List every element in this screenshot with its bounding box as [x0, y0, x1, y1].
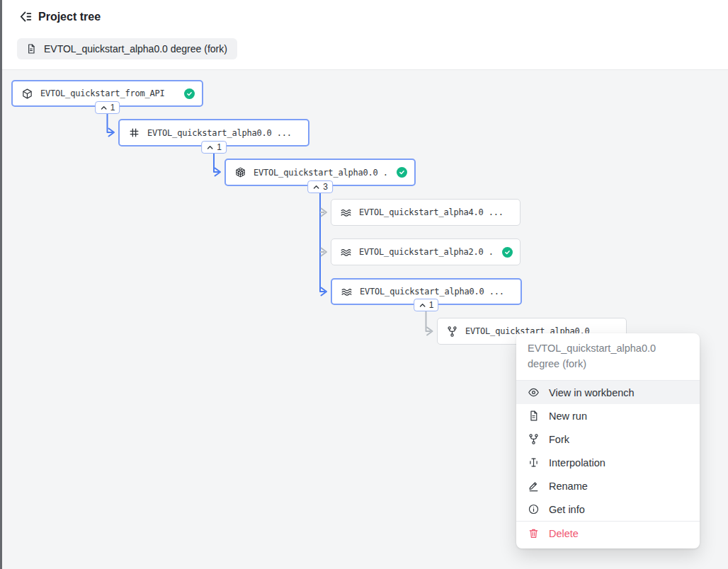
collapse-badge[interactable]: 1	[414, 299, 439, 311]
file-icon	[25, 43, 37, 54]
collapse-badge[interactable]: 1	[95, 101, 120, 114]
chevron-up-icon	[206, 144, 214, 150]
check-icon	[397, 167, 407, 178]
menu-item-delete[interactable]: Delete	[516, 522, 700, 545]
menu-item-label: Rename	[549, 481, 588, 492]
badge-count: 1	[429, 300, 434, 310]
check-icon	[502, 247, 513, 258]
project-tree-screen: Project tree EVTOL_quickstart_alpha0.0 d…	[0, 0, 728, 569]
menu-item-label: Get info	[549, 504, 585, 515]
menu-item-rename[interactable]: Rename	[516, 474, 700, 498]
info-icon	[528, 503, 540, 515]
tree-node-alpha2[interactable]: EVTOL_quickstart_alpha2.0 ...	[331, 238, 521, 265]
menu-item-label: Delete	[549, 528, 579, 539]
node-label: EVTOL_quickstart_alpha0.0 ...	[360, 287, 504, 297]
badge-count: 3	[323, 182, 328, 192]
collapse-badge[interactable]: 1	[201, 141, 227, 154]
check-icon	[184, 88, 195, 99]
context-menu-title: EVTOL_quickstart_alpha0.0 degree (fork)	[516, 333, 700, 380]
trash-icon	[528, 527, 540, 539]
menu-item-fork[interactable]: Fork	[516, 427, 700, 451]
node-label: EVTOL_quickstart_alpha0.0 ...	[254, 168, 389, 178]
page-title: Project tree	[38, 11, 101, 23]
badge-count: 1	[110, 103, 115, 113]
package-cube-icon	[21, 88, 33, 100]
menu-item-label: New run	[549, 410, 587, 422]
menu-item-label: Fork	[549, 434, 569, 445]
grid-icon	[128, 127, 140, 139]
eye-icon	[528, 386, 540, 398]
menu-item-interpolation[interactable]: Interpolation	[516, 451, 700, 474]
chevron-up-icon	[419, 302, 426, 308]
interpolation-icon	[528, 456, 540, 469]
tree-node-alpha4[interactable]: EVTOL_quickstart_alpha4.0 ...	[331, 199, 521, 226]
menu-item-get-info[interactable]: Get info	[516, 498, 700, 521]
node-label: EVTOL_quickstart_alpha4.0 ...	[359, 207, 504, 217]
node-label: EVTOL_quickstart_alpha2.0 ...	[359, 247, 495, 257]
menu-item-label: View in workbench	[549, 387, 635, 398]
header: Project tree EVTOL_quickstart_alpha0.0 d…	[0, 0, 728, 70]
menu-item-new-run[interactable]: New run	[516, 404, 700, 427]
chevron-up-icon	[312, 184, 320, 190]
waves-icon	[340, 246, 352, 258]
pencil-icon	[528, 480, 540, 492]
context-menu: EVTOL_quickstart_alpha0.0 degree (fork) …	[516, 333, 700, 548]
fork-icon	[528, 433, 540, 445]
fork-icon	[446, 326, 458, 338]
waves-icon	[340, 207, 352, 219]
node-label: EVTOL_quickstart_alpha0.0 ...	[147, 128, 292, 138]
file-icon	[528, 410, 540, 422]
collapse-badge[interactable]: 3	[307, 180, 333, 193]
breadcrumb-label: EVTOL_quickstart_alpha0.0 degree (fork)	[44, 43, 227, 54]
menu-item-view-in-workbench[interactable]: View in workbench	[516, 381, 700, 404]
tree-structure-icon	[18, 10, 32, 23]
voxel-cube-icon	[234, 166, 246, 178]
menu-item-label: Interpolation	[549, 457, 605, 469]
node-label: EVTOL_quickstart_from_API	[40, 88, 165, 98]
breadcrumb[interactable]: EVTOL_quickstart_alpha0.0 degree (fork)	[17, 38, 237, 59]
window-edge	[0, 0, 2, 569]
chevron-up-icon	[100, 105, 108, 110]
badge-count: 1	[217, 142, 222, 152]
waves-icon	[341, 286, 353, 298]
